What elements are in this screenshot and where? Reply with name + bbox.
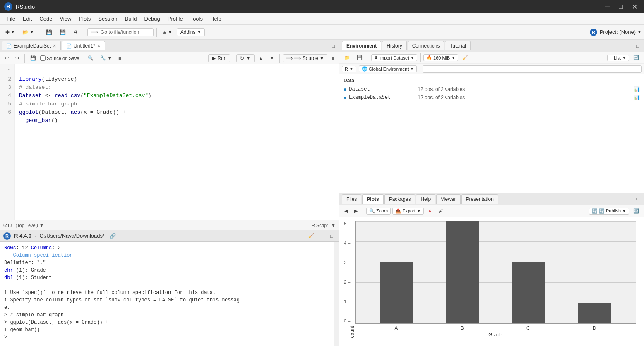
- menu-tools[interactable]: Tools: [187, 15, 206, 23]
- r-dropdown[interactable]: R ▼: [342, 66, 356, 72]
- export-button[interactable]: 📤 Export ▼: [392, 208, 424, 215]
- save-all-button[interactable]: 💾: [57, 28, 69, 36]
- minimize-env-button[interactable]: ─: [624, 43, 632, 49]
- console-scrollbar[interactable]: [334, 242, 339, 346]
- maximize-editor-button[interactable]: □: [329, 43, 337, 49]
- maximize-plot-button[interactable]: □: [634, 196, 642, 202]
- source-dropdown-icon[interactable]: ▼: [320, 55, 324, 61]
- tools-button[interactable]: 🔧 ▼: [98, 55, 114, 62]
- tab-viewer[interactable]: Viewer: [436, 194, 460, 204]
- tab-history[interactable]: History: [382, 41, 406, 50]
- minimize-button[interactable]: ─: [603, 3, 612, 11]
- maximize-button[interactable]: □: [616, 3, 625, 11]
- source-on-save-input[interactable]: [40, 55, 46, 61]
- close-tab-untitled[interactable]: ✕: [97, 43, 101, 49]
- r-logo: R: [4, 2, 12, 11]
- project-arrow-icon[interactable]: ▼: [637, 30, 642, 34]
- clear-workspace-button[interactable]: 🧹: [460, 54, 471, 61]
- project-label[interactable]: Project: (None): [600, 29, 636, 35]
- redo-button[interactable]: ↪: [13, 55, 22, 62]
- titlebar-controls[interactable]: ─ □ ✕: [603, 3, 640, 11]
- remove-plot-button[interactable]: ✕: [425, 208, 434, 215]
- rerun-button[interactable]: ↻ ▼: [236, 54, 254, 62]
- memory-button[interactable]: 🔥 160 MiB ▼: [423, 54, 458, 61]
- fire-icon: 🔥: [426, 55, 432, 60]
- close-tab-example[interactable]: ✕: [53, 43, 56, 49]
- goto-file-function[interactable]: ⟹ Go to file/function: [87, 28, 154, 36]
- tab-example-dataset[interactable]: 📄 ExampleDataSet ✕: [2, 41, 61, 50]
- save-script-button[interactable]: 💾: [28, 55, 38, 62]
- editor-sep-2: [82, 54, 82, 63]
- tab-help[interactable]: Help: [416, 194, 435, 204]
- tab-packages[interactable]: Packages: [384, 194, 416, 204]
- load-workspace-button[interactable]: 📁: [342, 54, 353, 61]
- new-file-button[interactable]: ✚ ▼: [2, 28, 18, 36]
- env-toolbar: 📁 💾 ⬇ Import Dataset ▼ 🔥 160 MiB ▼ 🧹 ≡: [339, 52, 644, 64]
- refresh-plot-button[interactable]: 🔄: [631, 208, 642, 215]
- publish-button[interactable]: 🔄 🔄 Publish ▼: [589, 208, 629, 215]
- data-row-dataset[interactable]: ● Dataset 12 obs. of 2 variables 📊: [341, 85, 642, 93]
- undo-button[interactable]: ↩: [2, 55, 11, 62]
- menu-profile[interactable]: Profile: [164, 15, 186, 23]
- menu-help[interactable]: Help: [207, 15, 225, 23]
- import-dataset-button[interactable]: ⬇ Import Dataset ▼: [371, 54, 417, 61]
- next-plot-button[interactable]: ▶: [352, 208, 360, 215]
- minimize-editor-button[interactable]: ─: [320, 43, 328, 49]
- tab-plots[interactable]: Plots: [362, 194, 383, 204]
- menu-session[interactable]: Session: [95, 15, 120, 23]
- save-button[interactable]: 💾: [43, 28, 55, 36]
- console-content[interactable]: Rows: 12 Columns: 2 ── Column specificat…: [0, 242, 334, 346]
- level-indicator[interactable]: (Top Level) ▼: [15, 223, 43, 228]
- list-button[interactable]: ≡: [116, 55, 123, 62]
- search-button[interactable]: 🔍: [85, 55, 96, 62]
- data-row-exampledataset[interactable]: ● ExampleDataSet 12 obs. of 2 variables …: [341, 93, 642, 102]
- minimize-plot-button[interactable]: ─: [624, 196, 632, 202]
- minimize-console-button[interactable]: ─: [318, 232, 327, 239]
- path-link-icon[interactable]: 🔗: [109, 233, 116, 239]
- menu-file[interactable]: File: [3, 15, 19, 23]
- x-label-b: B: [461, 325, 464, 331]
- list-view-button[interactable]: ≡ List ▼: [607, 55, 629, 61]
- up-arrow-button[interactable]: ▲: [256, 55, 266, 62]
- close-button[interactable]: ✕: [630, 3, 640, 11]
- menu-plots[interactable]: Plots: [75, 15, 94, 23]
- code-editor[interactable]: 1 2 3 4 5 6 library(tidyverse) # dataset…: [0, 64, 339, 220]
- tab-untitled1[interactable]: 📄 Untitled1* ✕: [62, 41, 105, 50]
- global-env-dropdown[interactable]: 🌐 Global Environment ▼: [359, 65, 417, 72]
- tab-files[interactable]: Files: [342, 194, 361, 204]
- tab-connections[interactable]: Connections: [408, 41, 445, 50]
- save-workspace-button[interactable]: 💾: [354, 54, 365, 61]
- zoom-button[interactable]: 🔍 Zoom: [366, 208, 391, 215]
- clear-console-button[interactable]: 🧹: [306, 232, 317, 239]
- code-content[interactable]: library(tidyverse) # dataset: Dataset <-…: [15, 64, 339, 220]
- source-button[interactable]: ⟹ ⟹ Source ▼: [283, 54, 327, 62]
- brush-button[interactable]: 🖌: [436, 208, 445, 214]
- grid-button[interactable]: ⊞ ▼: [160, 28, 175, 36]
- refresh-env-button[interactable]: 🔄: [631, 54, 642, 61]
- print-button[interactable]: 🖨: [70, 28, 81, 36]
- x-axis-labels: A B C D: [355, 324, 636, 331]
- menu-build[interactable]: Build: [122, 15, 140, 23]
- maximize-env-button[interactable]: □: [634, 43, 642, 49]
- menu-debug[interactable]: Debug: [141, 15, 163, 23]
- addins-button[interactable]: Addins ▼: [177, 28, 205, 36]
- y-tick-3: 3 –: [344, 260, 350, 265]
- tab-presentation[interactable]: Presentation: [461, 194, 498, 204]
- view-exampledataset-icon[interactable]: 📊: [634, 95, 640, 100]
- memory-label: 160 MiB: [433, 55, 450, 60]
- menu-code[interactable]: Code: [36, 15, 55, 23]
- source-on-save-checkbox[interactable]: Source on Save: [40, 55, 79, 61]
- menu-view[interactable]: View: [56, 15, 74, 23]
- env-search-input[interactable]: [423, 65, 642, 73]
- tab-environment[interactable]: Environment: [342, 41, 381, 50]
- script-type[interactable]: R Script: [312, 223, 328, 228]
- down-arrow-button[interactable]: ▼: [267, 55, 276, 62]
- prev-plot-button[interactable]: ◀: [342, 208, 350, 215]
- tab-tutorial[interactable]: Tutorial: [445, 41, 471, 50]
- menu-edit[interactable]: Edit: [19, 15, 35, 23]
- lines-button[interactable]: ≡: [329, 55, 336, 62]
- run-button[interactable]: ▶ Run: [208, 54, 230, 62]
- open-file-button[interactable]: 📂 ▼: [19, 28, 37, 36]
- maximize-console-button[interactable]: □: [328, 232, 336, 239]
- view-dataset-icon[interactable]: 📊: [634, 86, 640, 92]
